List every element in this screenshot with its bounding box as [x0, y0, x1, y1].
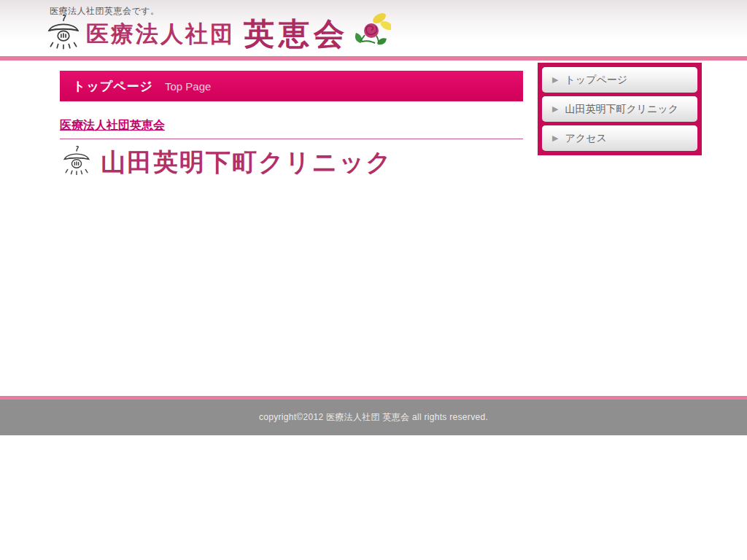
clinic-lamp-icon — [61, 144, 92, 181]
sidebar-item-access[interactable]: ▶ アクセス — [542, 125, 697, 151]
flower-icon — [350, 11, 391, 52]
site-logo: 医療法人社団 英恵会 — [45, 15, 391, 54]
page-title-en: Top Page — [165, 80, 211, 93]
sidebar-item-label: トップページ — [565, 74, 627, 87]
clinic-logo-heading: 山田英明下町クリニック — [61, 144, 392, 181]
pendant-lamp-icon — [45, 14, 82, 55]
footer: copyright©2012 医療法人社団 英恵会 all rights res… — [0, 400, 747, 435]
nav-arrow-icon: ▶ — [552, 76, 558, 84]
page-root: 医療法人社団英恵会です。 — [0, 0, 747, 560]
sidebar-item-label: アクセス — [565, 132, 606, 145]
site-logo-text-name: 英恵会 — [244, 14, 349, 55]
clinic-name-text: 山田英明下町クリニック — [101, 146, 392, 179]
sidebar-nav: ▶ トップページ ▶ 山田英明下町クリニック ▶ アクセス — [538, 63, 702, 155]
header-banner: 医療法人社団英恵会です。 — [0, 0, 747, 56]
org-home-link[interactable]: 医療法人社団英恵会 — [60, 119, 165, 131]
sidebar-item-clinic[interactable]: ▶ 山田英明下町クリニック — [542, 96, 697, 122]
sidebar-item-top-page[interactable]: ▶ トップページ — [542, 67, 697, 93]
org-link-row: 医療法人社団英恵会 — [60, 118, 523, 139]
sidebar-item-label: 山田英明下町クリニック — [565, 103, 678, 116]
page-title-bar: トップページ Top Page — [60, 71, 523, 101]
nav-arrow-icon: ▶ — [552, 134, 558, 142]
page-title-ja: トップページ — [73, 78, 153, 95]
nav-arrow-icon: ▶ — [552, 105, 558, 113]
site-logo-text-prefix: 医療法人社団 — [86, 19, 235, 50]
header-divider — [0, 56, 747, 61]
copyright-text: copyright©2012 医療法人社団 英恵会 all rights res… — [259, 411, 488, 424]
